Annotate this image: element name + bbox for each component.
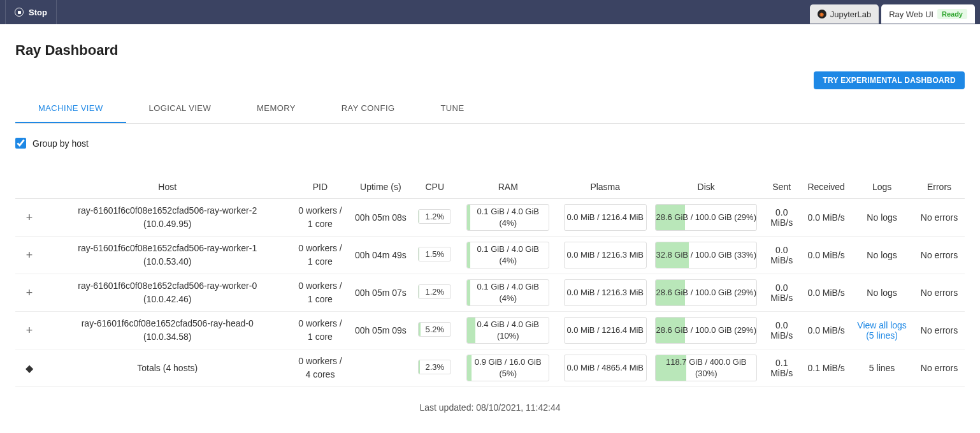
col-ram: RAM (457, 175, 559, 199)
plasma-cell: 0.0 MiB / 1216.3 MiB (559, 274, 651, 312)
col-pid: PID (291, 175, 349, 199)
tab-jupyterlab-label: JupyterLab (830, 10, 871, 19)
tab-ray-web-ui[interactable]: Ray Web UI Ready (881, 4, 975, 24)
received-cell: 0.0 MiB/s (802, 312, 850, 349)
host-ip: (10.0.42.46) (47, 293, 288, 306)
totals-ram: 0.9 GiB / 16.0 GiB (5%) (457, 349, 559, 387)
machines-table: Host PID Uptime (s) CPU RAM Plasma Disk … (15, 175, 965, 387)
tab-memory[interactable]: MEMORY (234, 94, 319, 123)
plasma-cell: 0.0 MiB / 1216.3 MiB (559, 237, 651, 274)
stop-button[interactable]: Stop (5, 0, 57, 24)
host-ip: (10.0.49.95) (47, 217, 288, 231)
totals-cpu: 2.3% (412, 349, 457, 387)
cpu-cell: 5.2% (412, 312, 457, 349)
view-logs-link[interactable]: View all logs (5 lines) (857, 320, 907, 341)
tab-machine-view[interactable]: MACHINE VIEW (15, 94, 126, 123)
tab-ray-web-ui-label: Ray Web UI (889, 10, 933, 19)
errors-cell: No errors (914, 237, 965, 274)
logs-cell[interactable]: View all logs (5 lines) (850, 312, 914, 349)
table-totals-row: ◆ Totals (4 hosts) 0 workers / 4 cores 2… (15, 349, 965, 387)
plasma-cell: 0.0 MiB / 1216.4 MiB (559, 312, 651, 349)
top-navbar-left: Stop (0, 0, 57, 24)
totals-errors: No errors (914, 349, 965, 387)
uptime-cell: 00h 05m 08s (349, 199, 412, 237)
logs-cell: No logs (850, 237, 914, 274)
cpu-cell: 1.2% (412, 274, 457, 312)
ram-cell: 0.1 GiB / 4.0 GiB (4%) (457, 199, 559, 237)
stop-button-label: Stop (29, 8, 47, 17)
page-content: Ray Dashboard TRY EXPERIMENTAL DASHBOARD… (0, 24, 980, 428)
tab-logical-view[interactable]: LOGICAL VIEW (126, 94, 234, 123)
col-plasma: Plasma (559, 175, 651, 199)
ready-badge: Ready (937, 9, 967, 19)
table-row: + ray-61601f6c0f08e1652cfad506-ray-worke… (15, 274, 965, 312)
ram-cell: 0.4 GiB / 4.0 GiB (10%) (457, 312, 559, 349)
sent-cell: 0.0 MiB/s (761, 237, 802, 274)
totals-uptime (349, 349, 412, 387)
page-title: Ray Dashboard (15, 42, 965, 59)
table-row: + ray-61601f6c0f08e1652cfad506-ray-worke… (15, 237, 965, 274)
try-experimental-dashboard-button[interactable]: TRY EXPERIMENTAL DASHBOARD (814, 71, 965, 89)
col-errors: Errors (914, 175, 965, 199)
errors-cell: No errors (914, 274, 965, 312)
action-row: TRY EXPERIMENTAL DASHBOARD (15, 71, 965, 89)
host-ip: (10.0.34.58) (47, 330, 288, 344)
expand-row-button[interactable]: + (20, 321, 38, 339)
cpu-cell: 1.5% (412, 237, 457, 274)
host-name: ray-61601f6c0f08e1652cfad506-ray-worker-… (47, 204, 288, 217)
host-cell: ray-61601f6c0f08e1652cfad506-ray-head-0 … (43, 312, 292, 349)
nav-tabs: MACHINE VIEW LOGICAL VIEW MEMORY RAY CON… (15, 94, 965, 124)
totals-received: 0.1 MiB/s (802, 349, 850, 387)
uptime-cell: 00h 05m 09s (349, 312, 412, 349)
disk-cell: 28.6 GiB / 100.0 GiB (29%) (651, 274, 761, 312)
col-disk: Disk (651, 175, 761, 199)
host-cell: ray-61601f6c0f08e1652cfad506-ray-worker-… (43, 237, 292, 274)
received-cell: 0.0 MiB/s (802, 237, 850, 274)
logs-cell: No logs (850, 199, 914, 237)
expand-row-button[interactable]: + (20, 284, 38, 302)
tab-ray-config[interactable]: RAY CONFIG (319, 94, 418, 123)
tab-jupyterlab[interactable]: ◉ JupyterLab (810, 4, 879, 24)
pid-cell: 0 workers / 1 core (291, 312, 349, 349)
errors-cell: No errors (914, 199, 965, 237)
received-cell: 0.0 MiB/s (802, 274, 850, 312)
col-cpu: CPU (412, 175, 457, 199)
table-row: + ray-61601f6c0f08e1652cfad506-ray-worke… (15, 199, 965, 237)
table-header-row: Host PID Uptime (s) CPU RAM Plasma Disk … (15, 175, 965, 199)
sent-cell: 0.0 MiB/s (761, 199, 802, 237)
received-cell: 0.0 MiB/s (802, 199, 850, 237)
top-navbar-right: ◉ JupyterLab Ray Web UI Ready (810, 0, 980, 24)
host-name: ray-61601f6c0f08e1652cfad506-ray-head-0 (47, 317, 288, 330)
totals-pid: 0 workers / 4 cores (291, 349, 349, 387)
col-host: Host (43, 175, 292, 199)
host-ip: (10.0.53.40) (47, 255, 288, 268)
logs-cell: No logs (850, 274, 914, 312)
host-name: ray-61601f6c0f08e1652cfad506-ray-worker-… (47, 279, 288, 293)
group-by-host-label: Group by host (32, 138, 89, 149)
col-sent: Sent (761, 175, 802, 199)
sent-cell: 0.0 MiB/s (761, 274, 802, 312)
disk-cell: 28.6 GiB / 100.0 GiB (29%) (651, 312, 761, 349)
totals-label: Totals (4 hosts) (43, 349, 292, 387)
plasma-cell: 0.0 MiB / 1216.4 MiB (559, 199, 651, 237)
totals-stack-icon: ◆ (25, 362, 33, 374)
expand-row-button[interactable]: + (20, 246, 38, 264)
col-logs: Logs (850, 175, 914, 199)
ram-cell: 0.1 GiB / 4.0 GiB (4%) (457, 274, 559, 312)
pid-cell: 0 workers / 1 core (291, 237, 349, 274)
top-navbar: Stop ◉ JupyterLab Ray Web UI Ready (0, 0, 980, 24)
tab-tune[interactable]: TUNE (417, 94, 487, 123)
host-cell: ray-61601f6c0f08e1652cfad506-ray-worker-… (43, 274, 292, 312)
totals-sent: 0.1 MiB/s (761, 349, 802, 387)
pid-cell: 0 workers / 1 core (291, 274, 349, 312)
errors-cell: No errors (914, 312, 965, 349)
expand-row-button[interactable]: + (20, 209, 38, 226)
sent-cell: 0.0 MiB/s (761, 312, 802, 349)
totals-disk: 118.7 GiB / 400.0 GiB (30%) (651, 349, 761, 387)
last-updated: Last updated: 08/10/2021, 11:42:44 (15, 387, 965, 428)
disk-cell: 32.8 GiB / 100.0 GiB (33%) (651, 237, 761, 274)
uptime-cell: 00h 05m 07s (349, 274, 412, 312)
group-by-host-checkbox[interactable] (15, 138, 26, 149)
host-name: ray-61601f6c0f08e1652cfad506-ray-worker-… (47, 242, 288, 255)
table-row: + ray-61601f6c0f08e1652cfad506-ray-head-… (15, 312, 965, 349)
